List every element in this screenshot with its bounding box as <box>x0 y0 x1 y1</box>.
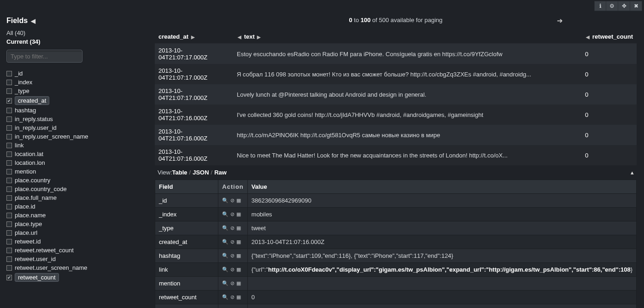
field-checkbox[interactable] <box>6 204 12 209</box>
field-item[interactable]: place.country_code <box>6 185 141 193</box>
search-icon[interactable]: 🔍 <box>222 253 229 259</box>
field-label: hashtag <box>15 107 36 114</box>
search-icon[interactable]: 🔍 <box>222 211 229 217</box>
view-table-link[interactable]: Table <box>172 169 187 176</box>
columns-icon[interactable]: ▦ <box>236 211 241 217</box>
field-item[interactable]: place.type <box>6 220 141 228</box>
field-item[interactable]: place.full_name <box>6 193 141 202</box>
columns-icon[interactable]: ▦ <box>236 253 241 259</box>
field-checkbox[interactable] <box>6 248 12 253</box>
field-item[interactable]: in_reply.user_screen_name <box>6 132 141 141</box>
field-checkbox[interactable] <box>6 160 12 166</box>
ban-icon[interactable]: ⊘ <box>230 280 235 286</box>
table-row[interactable]: 2013-10-04T21:07:16.000ZI've collected 3… <box>155 105 637 125</box>
table-row[interactable]: 2013-10-04T21:07:17.000ZEstoy escuchando… <box>155 44 637 64</box>
field-item[interactable]: in_reply.status <box>6 115 141 123</box>
field-item[interactable]: location.lon <box>6 158 141 167</box>
field-checkbox[interactable] <box>6 80 12 85</box>
collapse-detail-icon[interactable]: ▴ <box>631 169 634 176</box>
fields-filter-input[interactable] <box>6 50 82 63</box>
field-checkbox[interactable] <box>6 116 12 122</box>
fields-all-link[interactable]: All (40) <box>6 29 141 36</box>
view-json-link[interactable]: JSON <box>193 169 209 176</box>
table-row[interactable]: 2013-10-04T21:07:16.000Zhttp://t.co/mA2P… <box>155 125 637 145</box>
field-item[interactable]: _id <box>6 69 141 78</box>
columns-icon[interactable]: ▦ <box>236 267 241 273</box>
col-retweet-count[interactable]: ◀ retweet_count <box>581 30 637 44</box>
columns-icon[interactable]: ▦ <box>236 280 241 286</box>
field-checkbox[interactable] <box>6 265 12 271</box>
ban-icon[interactable]: ⊘ <box>230 294 235 300</box>
field-item[interactable]: retweet.id <box>6 237 141 246</box>
field-checkbox[interactable] <box>6 275 12 280</box>
field-item[interactable]: place.name <box>6 211 141 220</box>
info-icon[interactable]: ℹ <box>594 1 606 11</box>
field-item[interactable]: link <box>6 141 141 150</box>
search-icon[interactable]: 🔍 <box>222 294 229 300</box>
field-item[interactable]: retweet.user_screen_name <box>6 263 141 272</box>
field-checkbox[interactable] <box>6 143 12 148</box>
field-checkbox[interactable] <box>6 151 12 157</box>
columns-icon[interactable]: ▦ <box>236 294 241 300</box>
cell-retweet-count: 0 <box>581 64 637 84</box>
columns-icon[interactable]: ▦ <box>236 239 241 245</box>
detail-col-action: Action <box>218 180 247 194</box>
field-label: _index <box>15 79 32 86</box>
pager-next-icon[interactable]: ➔ <box>557 17 563 25</box>
search-icon[interactable]: 🔍 <box>222 280 229 286</box>
field-checkbox[interactable] <box>6 186 12 192</box>
field-checkbox[interactable] <box>6 71 12 76</box>
search-icon[interactable]: 🔍 <box>222 239 229 245</box>
columns-icon[interactable]: ▦ <box>236 225 241 231</box>
field-checkbox[interactable] <box>6 239 12 244</box>
col-text[interactable]: ◀ text ▶ <box>233 30 581 44</box>
cell-retweet-count: 0 <box>581 125 637 145</box>
ban-icon[interactable]: ⊘ <box>230 239 235 245</box>
field-item[interactable]: retweet_count <box>6 272 141 283</box>
field-checkbox[interactable] <box>6 195 12 201</box>
field-checkbox[interactable] <box>6 169 12 174</box>
field-item[interactable]: place.country <box>6 176 141 185</box>
ban-icon[interactable]: ⊘ <box>230 225 235 231</box>
field-item[interactable]: place.url <box>6 228 141 237</box>
table-row[interactable]: 2013-10-04T21:07:16.000ZNice to meet The… <box>155 145 637 165</box>
pager-of: of 500 available for paging <box>370 17 442 23</box>
field-item[interactable]: hashtag <box>6 106 141 115</box>
move-icon[interactable]: ✥ <box>618 1 630 11</box>
search-icon[interactable]: 🔍 <box>222 198 229 203</box>
close-icon[interactable]: ✖ <box>630 1 642 11</box>
col-created-at[interactable]: created_at ▶ <box>155 30 233 44</box>
field-checkbox[interactable] <box>6 125 12 131</box>
search-icon[interactable]: 🔍 <box>222 225 229 231</box>
field-checkbox[interactable] <box>6 256 12 262</box>
field-item[interactable]: _type <box>6 87 141 95</box>
field-item[interactable]: location.lat <box>6 150 141 158</box>
ban-icon[interactable]: ⊘ <box>230 253 235 259</box>
ban-icon[interactable]: ⊘ <box>230 267 235 273</box>
field-checkbox[interactable] <box>6 221 12 227</box>
field-item[interactable]: mention <box>6 167 141 176</box>
field-item[interactable]: created_at <box>6 95 141 106</box>
ban-icon[interactable]: ⊘ <box>230 198 235 203</box>
search-icon[interactable]: 🔍 <box>222 267 229 273</box>
table-row[interactable]: 2013-10-04T21:07:17.000ZLovely lunch at … <box>155 84 637 105</box>
table-row[interactable]: 2013-10-04T21:07:17.000ZЯ собрал 116 098… <box>155 64 637 84</box>
columns-icon[interactable]: ▦ <box>236 198 241 203</box>
field-checkbox[interactable] <box>6 134 12 139</box>
field-checkbox[interactable] <box>6 178 12 183</box>
field-checkbox[interactable] <box>6 108 12 113</box>
field-item[interactable]: place.id <box>6 202 141 211</box>
view-raw-link[interactable]: Raw <box>214 169 227 176</box>
fields-current-link[interactable]: Current (34) <box>6 38 141 45</box>
fields-title[interactable]: Fields ◀ <box>6 17 141 25</box>
gear-icon[interactable]: ⚙ <box>606 1 618 11</box>
field-checkbox[interactable] <box>6 98 12 104</box>
field-item[interactable]: in_reply.user_id <box>6 123 141 132</box>
field-item[interactable]: _index <box>6 78 141 87</box>
field-checkbox[interactable] <box>6 88 12 94</box>
field-checkbox[interactable] <box>6 230 12 236</box>
field-item[interactable]: retweet.user_id <box>6 255 141 263</box>
field-checkbox[interactable] <box>6 213 12 218</box>
ban-icon[interactable]: ⊘ <box>230 211 235 217</box>
field-item[interactable]: retweet.retweet_count <box>6 246 141 255</box>
